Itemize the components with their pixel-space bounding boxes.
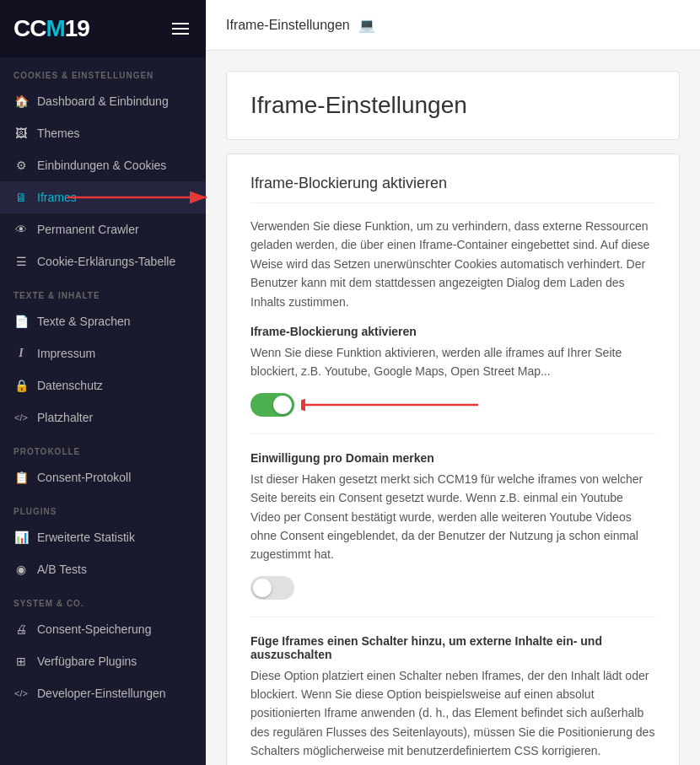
themes-icon: 🖼 <box>13 126 29 141</box>
toggle2-switch[interactable] <box>250 576 294 600</box>
sidebar-item-einbindungen[interactable]: ⚙ Einbindungen & Cookies <box>0 149 206 181</box>
iframe-icon: 🖥 <box>13 190 29 205</box>
eye-icon: 👁 <box>13 222 29 237</box>
toggle3-desc: Diese Option platziert einen Schalter ne… <box>250 666 655 761</box>
sidebar-item-label: Permanent Crawler <box>37 223 139 236</box>
toggle1-switch[interactable] <box>250 393 294 417</box>
doc-icon: 📄 <box>13 314 29 329</box>
chart-icon: 📊 <box>13 530 29 545</box>
sidebar-item-label: Platzhalter <box>37 411 93 424</box>
sidebar-item-label: Erweiterte Statistik <box>37 531 135 544</box>
table-icon: ☰ <box>13 254 29 269</box>
sidebar-item-datenschutz[interactable]: 🔒 Datenschutz <box>0 369 206 401</box>
page-header: Iframe-Einstellungen <box>226 71 680 140</box>
sidebar-item-label: A/B Tests <box>37 563 87 576</box>
section-label-plugins: PLUGINS <box>0 493 206 521</box>
sidebar-item-platzhalter[interactable]: </> Platzhalter <box>0 401 206 434</box>
toggle1-section: Iframe-Blockierung aktivieren Wenn Sie d… <box>250 325 655 417</box>
sidebar-item-themes[interactable]: 🖼 Themes <box>0 117 206 149</box>
toggle2-wrapper <box>250 576 655 600</box>
toggle2-knob <box>253 579 272 597</box>
section-label-system: SYSTEM & CO. <box>0 585 206 613</box>
red-arrow-annotation-1 <box>301 393 487 417</box>
ab-icon: ◉ <box>13 562 29 577</box>
divider1 <box>250 434 655 434</box>
sidebar-item-abtests[interactable]: ◉ A/B Tests <box>0 553 206 585</box>
dev-icon: </> <box>13 686 29 701</box>
grid-icon: ⊞ <box>13 654 29 669</box>
toggle2-desc: Ist dieser Haken gesetzt merkt sich CCM1… <box>250 470 655 564</box>
main-content: Iframe-Einstellungen 💻 Iframe-Einstellun… <box>206 0 700 765</box>
sidebar-item-dashboard[interactable]: 🏠 Dashboard & Einbindung <box>0 85 206 117</box>
sidebar: CCM19 COOKIES & EINSTELLUNGEN 🏠 Dashboar… <box>0 0 206 765</box>
settings-icon: ⚙ <box>13 158 29 173</box>
sidebar-item-label: Developer-Einstellungen <box>37 687 166 700</box>
divider2 <box>250 617 655 617</box>
sidebar-item-label: Einbindungen & Cookies <box>37 159 166 172</box>
section-label-protokolle: PROTOKOLLE <box>0 434 206 461</box>
lock-icon: 🔒 <box>13 378 29 393</box>
impressum-icon: I <box>13 346 29 361</box>
card-section-title: Iframe-Blockierung aktivieren <box>250 175 655 203</box>
section-label-texte: TEXTE & INHALTE <box>0 277 206 305</box>
monitor-icon: 💻 <box>358 17 375 33</box>
toggle2-section: Einwilligung pro Domain merken Ist diese… <box>250 451 655 600</box>
topbar-title: Iframe-Einstellungen <box>226 18 350 33</box>
hamburger-button[interactable] <box>169 19 192 38</box>
code-icon: </> <box>13 410 29 425</box>
sidebar-item-label: Datenschutz <box>37 379 103 392</box>
logo: CCM19 <box>13 15 89 42</box>
sidebar-item-texte[interactable]: 📄 Texte & Sprachen <box>0 305 206 337</box>
sidebar-item-crawler[interactable]: 👁 Permanent Crawler <box>0 213 206 245</box>
sidebar-item-label: Impressum <box>37 347 95 360</box>
intro-text: Verwenden Sie diese Funktion, um zu verh… <box>250 217 655 311</box>
toggle1-knob <box>273 396 292 414</box>
toggle3-label: Füge Iframes einen Schalter hinzu, um ex… <box>250 634 655 661</box>
toggle1-desc: Wenn Sie diese Funktion aktivieren, werd… <box>250 343 655 381</box>
settings-card: Iframe-Blockierung aktivieren Verwenden … <box>226 154 680 765</box>
sidebar-item-consent-protokoll[interactable]: 📋 Consent-Protokoll <box>0 461 206 493</box>
sidebar-item-label: Verfügbare Plugins <box>37 655 137 668</box>
sidebar-item-label: Themes <box>37 127 80 140</box>
sidebar-item-label: Consent-Protokoll <box>37 471 131 484</box>
sidebar-item-cookie-table[interactable]: ☰ Cookie-Erklärungs-Tabelle <box>0 245 206 277</box>
sidebar-item-label: Texte & Sprachen <box>37 315 131 328</box>
home-icon: 🏠 <box>13 94 29 109</box>
logo-area: CCM19 <box>0 0 206 57</box>
toggle2-label: Einwilligung pro Domain merken <box>250 451 655 465</box>
sidebar-item-label: Cookie-Erklärungs-Tabelle <box>37 255 175 268</box>
clipboard-icon: 📋 <box>13 470 29 485</box>
section-label-cookies: COOKIES & EINSTELLUNGEN <box>0 57 206 85</box>
printer-icon: 🖨 <box>13 622 29 637</box>
sidebar-item-verfuegbare-plugins[interactable]: ⊞ Verfügbare Plugins <box>0 645 206 677</box>
toggle1-wrapper <box>250 393 655 417</box>
sidebar-item-impressum[interactable]: I Impressum <box>0 337 206 369</box>
toggle1-label: Iframe-Blockierung aktivieren <box>250 325 655 338</box>
content-area: Iframe-Einstellungen Iframe-Blockierung … <box>206 51 700 765</box>
sidebar-item-statistik[interactable]: 📊 Erweiterte Statistik <box>0 521 206 553</box>
sidebar-item-consent-speicherung[interactable]: 🖨 Consent-Speicherung <box>0 613 206 645</box>
topbar: Iframe-Einstellungen 💻 <box>206 0 700 51</box>
sidebar-item-iframes[interactable]: 🖥 Iframes <box>0 181 206 213</box>
sidebar-item-label: Consent-Speicherung <box>37 622 151 636</box>
sidebar-item-label: Dashboard & Einbindung <box>37 94 169 108</box>
page-title: Iframe-Einstellungen <box>250 92 655 119</box>
sidebar-item-label: Iframes <box>37 191 77 204</box>
sidebar-item-developer[interactable]: </> Developer-Einstellungen <box>0 677 206 709</box>
toggle3-section: Füge Iframes einen Schalter hinzu, um ex… <box>250 634 655 765</box>
